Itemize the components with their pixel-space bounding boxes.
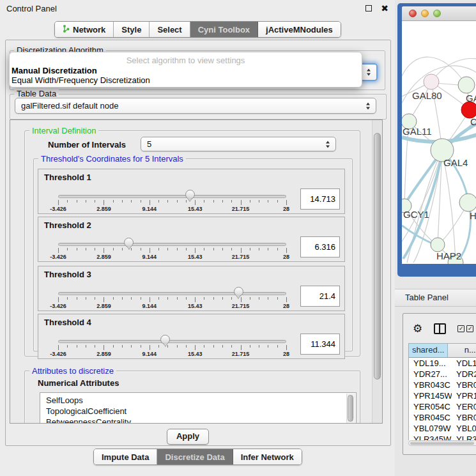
list-item[interactable]: BetweennessCentrality [40, 417, 356, 424]
slider-tick [222, 248, 223, 250]
threshold-value-field[interactable]: 21.4 [300, 286, 340, 307]
columns-icon[interactable] [434, 323, 446, 334]
slider-tick-label: 15.43 [176, 303, 214, 309]
numerical-attributes-list[interactable]: SelfLoopsTopologicalCoefficientBetweenne… [40, 392, 357, 424]
checkbox-icon[interactable]: ✓ [457, 325, 464, 332]
slider-tick [122, 297, 123, 300]
slider-tick [250, 297, 250, 300]
column-header-shared-name[interactable]: shared... [409, 344, 448, 357]
algorithm-dropdown-popup: Select algorithm to view settings Manual… [9, 52, 362, 88]
slider-tick-label: 28 [267, 351, 305, 357]
network-canvas[interactable]: GAL80 GA C GAL11 GAL4 GCY1 H HAP2 [402, 21, 476, 264]
slider-tick-label: 15.43 [176, 254, 214, 260]
slider-tick [95, 248, 95, 250]
dropdown-option[interactable]: Manual Discretization [10, 66, 362, 75]
attributes-group-title: Attributes to discretize [29, 366, 116, 376]
dropdown-option[interactable]: Equal Width/Frequency Discretization [10, 75, 362, 85]
slider-tick [141, 248, 141, 250]
slider-tick-label: 28 [267, 254, 305, 260]
table-row[interactable]: YBR045CYBR0 [409, 412, 476, 423]
minimize-traffic-light[interactable] [421, 10, 429, 17]
slider-track[interactable] [58, 292, 286, 295]
slider-tick [213, 297, 214, 300]
table-row[interactable]: YER054CYER0 [409, 401, 476, 412]
slider-tick [241, 345, 242, 350]
gear-icon[interactable]: ⚙ [413, 323, 422, 334]
table-row[interactable]: YBR043CYBR0 [409, 380, 476, 390]
node-label: C [470, 116, 476, 127]
tab-style[interactable]: Style [114, 22, 150, 37]
node-label: GCY1 [403, 209, 429, 220]
tab-impute-data[interactable]: Impute Data [94, 449, 157, 464]
node-green[interactable] [458, 77, 475, 93]
threshold-value-field[interactable]: 11.344 [300, 334, 340, 355]
checkbox-icons[interactable]: ✓ ✓ [457, 325, 473, 332]
table-data-selected-value: galFiltered.sif default node [21, 101, 118, 111]
close-icon[interactable]: ✖ [381, 5, 388, 12]
tab-label: Select [157, 25, 181, 35]
float-window-icon[interactable] [365, 5, 372, 12]
slider-track[interactable] [58, 340, 286, 343]
node-hap2[interactable] [431, 238, 445, 252]
tab-select[interactable]: Select [150, 22, 190, 37]
slider-tick [77, 200, 77, 203]
table-data-group-title: Table Data [14, 89, 59, 98]
network-view-window: GAL80 GA C GAL11 GAL4 GCY1 H HAP2 [397, 3, 476, 277]
slider-thumb[interactable] [185, 190, 195, 199]
slider-track[interactable] [58, 243, 286, 246]
tab-cyni-toolbox[interactable]: Cyni Toolbox [190, 22, 258, 37]
checkbox-icon[interactable]: ✓ [466, 325, 473, 332]
slider-track[interactable] [58, 195, 286, 198]
slider-tick [113, 200, 114, 203]
node-h[interactable] [459, 194, 476, 211]
tab-network[interactable]: Network [55, 22, 114, 37]
table-row[interactable]: YDR27...YDR2 [409, 369, 476, 380]
apply-button[interactable]: Apply [167, 429, 209, 445]
interval-definition-group-title: Interval Definition [29, 126, 98, 135]
tab-label: Impute Data [102, 452, 149, 462]
zoom-traffic-light[interactable] [433, 10, 441, 17]
table-panel-header: Table Panel [395, 289, 476, 307]
slider-tick [268, 345, 268, 348]
slider-tick [231, 200, 232, 203]
slider-tick [195, 200, 196, 205]
threshold-value-field[interactable]: 14.713 [300, 188, 340, 210]
table-data-combobox[interactable]: galFiltered.sif default node [15, 98, 376, 114]
slider-tick [77, 297, 77, 300]
tab-discretize-data[interactable]: Discretize Data [157, 449, 233, 464]
list-item[interactable]: TopologicalCoefficient [40, 406, 356, 417]
control-panel-titlebar: Control Panel ✖ [0, 0, 395, 17]
node-label: GAL4 [443, 157, 468, 168]
settings-scrollbar-thumb[interactable] [374, 133, 381, 380]
table-row[interactable]: YPR145WYPR1 [409, 390, 476, 401]
slider-tick-label: 9.144 [130, 351, 169, 357]
table-row[interactable]: YBL079WYBL0 [409, 423, 476, 434]
number-of-intervals-combobox[interactable]: 5 [141, 137, 336, 151]
close-traffic-light[interactable] [409, 10, 417, 17]
slider-tick-label: 9.144 [130, 254, 169, 260]
table-hscrollbar-thumb[interactable] [410, 441, 474, 445]
table-toolbar: ⚙ ✓ ✓ [403, 318, 476, 339]
slider-thumb[interactable] [234, 287, 243, 296]
node-label: GAL80 [412, 90, 442, 101]
table-hscrollbar[interactable] [408, 440, 476, 446]
threshold-value-field[interactable]: 6.316 [300, 236, 340, 257]
slider-tick [241, 248, 242, 253]
tab-infer-network[interactable]: Infer Network [233, 449, 302, 464]
table-row[interactable]: YDL19...YDL1 [409, 358, 476, 369]
list-item[interactable]: SelfLoops [40, 395, 356, 406]
slider-tick [67, 345, 68, 348]
list-scrollbar-thumb[interactable] [348, 395, 353, 422]
node-table[interactable]: shared... n... YDL19...YDL1YDR27...YDR2Y… [408, 343, 476, 440]
tab-jactivemnodules[interactable]: jActiveMNodules [258, 22, 341, 37]
column-header-name[interactable]: n... [448, 344, 476, 357]
list-scrollbar[interactable] [346, 394, 355, 424]
slider-tick [167, 297, 168, 300]
slider-tick [195, 248, 196, 253]
settings-scrollbar[interactable] [372, 120, 382, 423]
node-pink[interactable] [424, 74, 439, 89]
table-row[interactable]: YLR345WYLR3 [409, 434, 476, 440]
threshold-1-panel: Threshold 1-3.4262.8599.14415.4321.71528… [38, 169, 345, 214]
cell-shared-name: YDL19... [409, 358, 452, 369]
slider-tick [213, 345, 214, 348]
